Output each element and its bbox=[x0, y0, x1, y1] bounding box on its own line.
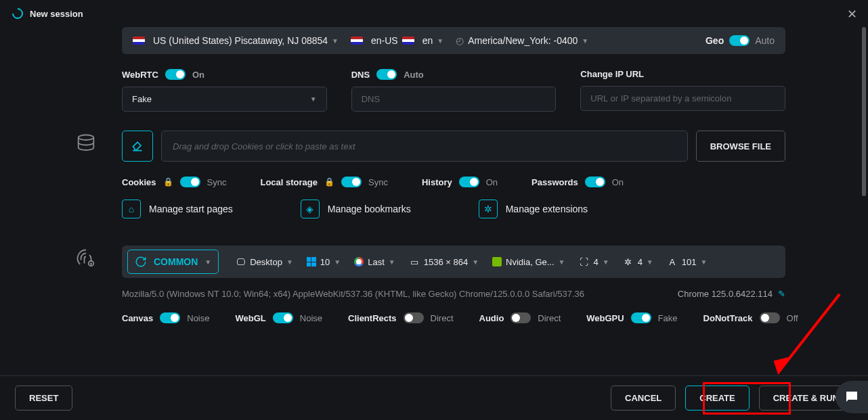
manage-extensions-button[interactable]: ✲ Manage extensions bbox=[479, 200, 588, 218]
ram-dropdown[interactable]: ✲ 4 ▼ bbox=[617, 252, 659, 271]
refresh-icon bbox=[135, 256, 147, 268]
chevron-down-icon: ▼ bbox=[582, 37, 588, 45]
changeip-label: Change IP URL bbox=[580, 69, 644, 79]
audio-toggle[interactable] bbox=[511, 312, 531, 323]
lock-icon: 🔒 bbox=[163, 177, 173, 187]
cancel-button[interactable]: CANCEL bbox=[611, 386, 676, 411]
webrtc-select[interactable]: Fake ▼ bbox=[122, 87, 327, 112]
browser-dropdown[interactable]: Last ▼ bbox=[349, 253, 400, 271]
fonts-dropdown[interactable]: A 101 ▼ bbox=[661, 252, 713, 271]
chevron-down-icon: ▼ bbox=[559, 258, 565, 266]
webgl-label: WebGL bbox=[236, 313, 266, 323]
webgl-value: Noise bbox=[300, 313, 322, 323]
lock-icon: 🔒 bbox=[324, 177, 334, 187]
eraser-button[interactable] bbox=[122, 131, 153, 162]
clock-icon: ◴ bbox=[456, 35, 464, 46]
dnt-toggle[interactable] bbox=[760, 312, 780, 323]
cores-dropdown[interactable]: ⛶ 4 ▼ bbox=[573, 252, 614, 271]
dnt-value: Off bbox=[787, 313, 798, 323]
fingerprint-icon bbox=[74, 247, 97, 270]
chrome-version-text: Chrome 125.0.6422.114 bbox=[678, 289, 773, 299]
locale1-text: en-US bbox=[371, 35, 398, 46]
cookies-drop-input[interactable]: Drag and drop Cookies or click to paste … bbox=[161, 131, 688, 162]
dns-toggle[interactable] bbox=[376, 69, 397, 80]
us-flag-icon bbox=[402, 37, 414, 45]
passwords-toggle[interactable] bbox=[585, 177, 605, 187]
geo-toggle[interactable] bbox=[729, 35, 750, 46]
useragent-text: Mozilla/5.0 (Windows NT 10.0; Win64; x64… bbox=[122, 289, 584, 299]
app-logo-icon bbox=[10, 6, 26, 22]
windows-icon bbox=[307, 257, 316, 266]
changeip-input[interactable] bbox=[580, 86, 785, 111]
chevron-down-icon: ▼ bbox=[647, 258, 653, 266]
audio-value: Direct bbox=[538, 313, 561, 323]
cpu-icon: ⛶ bbox=[578, 256, 589, 267]
monitor-icon: 🖵 bbox=[235, 256, 246, 267]
passwords-value: On bbox=[612, 177, 624, 187]
clientrects-value: Direct bbox=[431, 313, 454, 323]
reset-button[interactable]: RESET bbox=[15, 386, 72, 411]
chevron-down-icon: ▼ bbox=[603, 258, 609, 266]
proxy-summary-bar: US (United States) Piscataway, NJ 08854 … bbox=[122, 27, 785, 54]
scrollbar[interactable] bbox=[862, 27, 866, 196]
gpu-dropdown[interactable]: Nvidia, Ge... ▼ bbox=[487, 253, 570, 271]
manage-start-pages-button[interactable]: ⌂ Manage start pages bbox=[122, 200, 233, 218]
clientrects-toggle[interactable] bbox=[404, 312, 424, 323]
webrtc-status: On bbox=[192, 70, 204, 80]
close-icon[interactable]: ✕ bbox=[847, 7, 857, 22]
location-dropdown[interactable]: US (United States) Piscataway, NJ 08854 … bbox=[133, 35, 339, 46]
chevron-down-icon: ▼ bbox=[310, 95, 317, 103]
localstorage-toggle[interactable] bbox=[341, 177, 362, 187]
geo-value: Auto bbox=[755, 35, 775, 46]
webrtc-select-value: Fake bbox=[132, 94, 152, 104]
edit-icon[interactable]: ✎ bbox=[778, 289, 785, 299]
dns-status: Auto bbox=[404, 70, 424, 80]
font-icon: A bbox=[667, 256, 678, 267]
webrtc-toggle[interactable] bbox=[165, 69, 186, 80]
chevron-down-icon: ▼ bbox=[472, 258, 479, 266]
webgpu-value: Fake bbox=[658, 313, 678, 323]
nvidia-icon bbox=[492, 257, 502, 266]
database-icon bbox=[74, 132, 97, 155]
localstorage-label: Local storage bbox=[260, 177, 318, 187]
locale2-text: en bbox=[422, 35, 433, 46]
chevron-down-icon: ▼ bbox=[437, 37, 443, 45]
location-text: US (United States) Piscataway, NJ 08854 bbox=[153, 35, 328, 46]
cookies-toggle[interactable] bbox=[180, 177, 200, 187]
chevron-down-icon: ▼ bbox=[204, 258, 211, 266]
dialog-title: New session bbox=[30, 9, 83, 19]
chat-icon[interactable] bbox=[836, 381, 868, 413]
passwords-label: Passwords bbox=[531, 177, 578, 187]
canvas-value: Noise bbox=[187, 313, 209, 323]
cookies-label: Cookies bbox=[122, 177, 156, 187]
locale-dropdown[interactable]: en-US en ▼ bbox=[351, 35, 443, 46]
browse-file-button[interactable]: BROWSE FILE bbox=[696, 131, 785, 162]
resolution-dropdown[interactable]: ▭ 1536 × 864 ▼ bbox=[404, 252, 484, 271]
chevron-down-icon: ▼ bbox=[700, 258, 707, 266]
canvas-label: Canvas bbox=[122, 313, 153, 323]
webgl-toggle[interactable] bbox=[273, 312, 293, 323]
history-value: On bbox=[486, 177, 498, 187]
svg-point-0 bbox=[79, 135, 94, 141]
us-flag-icon bbox=[133, 37, 145, 45]
timezone-text: America/New_York: -0400 bbox=[468, 35, 578, 46]
history-toggle[interactable] bbox=[459, 177, 479, 187]
common-refresh-button[interactable]: COMMON ▼ bbox=[127, 250, 219, 274]
create-button[interactable]: CREATE bbox=[685, 386, 749, 411]
audio-label: Audio bbox=[479, 313, 504, 323]
geo-label: Geo bbox=[706, 35, 724, 46]
manage-bookmarks-button[interactable]: ◈ Manage bookmarks bbox=[301, 200, 411, 218]
canvas-toggle[interactable] bbox=[160, 312, 180, 323]
chevron-down-icon: ▼ bbox=[334, 258, 341, 266]
chrome-icon bbox=[354, 257, 364, 266]
home-icon: ⌂ bbox=[122, 200, 141, 218]
webgpu-label: WebGPU bbox=[586, 313, 624, 323]
dnt-label: DoNotTrack bbox=[703, 313, 753, 323]
timezone-dropdown[interactable]: ◴ America/New_York: -0400 ▼ bbox=[456, 35, 588, 46]
clientrects-label: ClientRects bbox=[348, 313, 397, 323]
dns-input[interactable] bbox=[351, 87, 557, 112]
chevron-down-icon: ▼ bbox=[286, 258, 293, 266]
device-dropdown[interactable]: 🖵 Desktop ▼ bbox=[230, 252, 299, 271]
webgpu-toggle[interactable] bbox=[631, 312, 651, 323]
os-dropdown[interactable]: 10 ▼ bbox=[301, 253, 346, 271]
